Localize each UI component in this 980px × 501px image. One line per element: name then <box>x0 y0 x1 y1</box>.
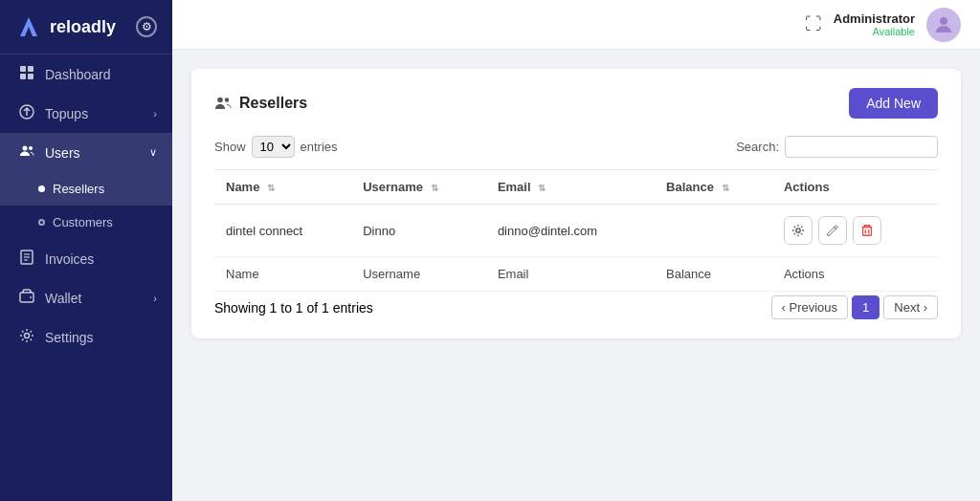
settings-nav-icon <box>18 328 35 346</box>
users-icon <box>18 143 35 162</box>
page-1-button[interactable]: 1 <box>852 295 880 319</box>
search-input[interactable] <box>785 136 938 158</box>
resellers-dot-icon <box>38 185 45 192</box>
dashboard-icon <box>18 65 35 83</box>
topbar: ⛶ Administrator Available <box>172 0 980 50</box>
table-body: dintel connect Dinno dinno@dintel.com <box>214 205 938 257</box>
sidebar-item-wallet[interactable]: Wallet › <box>0 278 172 317</box>
action-gear-icon <box>791 224 805 237</box>
col-actions: Actions <box>772 170 938 205</box>
sidebar-item-settings[interactable]: Settings <box>0 317 172 357</box>
sidebar-item-resellers[interactable]: Resellers <box>0 172 172 206</box>
sidebar-item-dashboard-label: Dashboard <box>45 67 111 82</box>
svg-point-16 <box>217 98 223 103</box>
footer-col-actions: Actions <box>772 257 938 292</box>
sidebar-item-wallet-label: Wallet <box>45 291 81 306</box>
svg-point-17 <box>225 98 229 101</box>
col-email: Email ⇅ <box>486 170 655 205</box>
settings-icon[interactable]: ⚙ <box>136 16 157 37</box>
action-buttons <box>784 216 926 245</box>
next-button[interactable]: Next › <box>883 295 938 319</box>
cell-name: dintel connect <box>214 205 351 257</box>
svg-point-15 <box>940 17 947 25</box>
table-controls: Show 10 25 50 entries Search: <box>214 136 938 158</box>
card-title: Resellers <box>214 95 307 112</box>
cell-actions <box>772 205 938 257</box>
svg-point-14 <box>25 334 30 338</box>
cell-username: Dinno <box>351 205 486 257</box>
cell-email: dinno@dintel.com <box>486 205 655 257</box>
logo-text: reloadly <box>50 17 116 37</box>
pagination: ‹ Previous 1 Next › <box>771 295 938 319</box>
show-entries-control: Show 10 25 50 entries <box>214 136 338 158</box>
main-content: ⛶ Administrator Available Resellers Add … <box>172 0 980 501</box>
name-sort-icon[interactable]: ⇅ <box>267 183 275 193</box>
username-sort-icon[interactable]: ⇅ <box>431 183 438 193</box>
resellers-title-icon <box>214 95 232 112</box>
action-settings-button[interactable] <box>784 216 813 245</box>
action-delete-button[interactable] <box>853 216 881 245</box>
invoices-icon <box>18 250 35 268</box>
svg-marker-0 <box>20 17 37 36</box>
sidebar-item-dashboard[interactable]: Dashboard <box>0 54 172 94</box>
email-sort-icon[interactable]: ⇅ <box>538 183 546 193</box>
sidebar-item-invoices[interactable]: Invoices <box>0 239 172 278</box>
resellers-table: Name ⇅ Username ⇅ Email ⇅ Balance <box>214 169 938 292</box>
logo-icon <box>15 13 42 40</box>
svg-point-18 <box>796 229 800 232</box>
admin-info: Administrator Available <box>834 11 915 37</box>
balance-sort-icon[interactable]: ⇅ <box>722 183 729 193</box>
show-label: Show <box>214 140 246 154</box>
svg-rect-2 <box>28 66 33 72</box>
sidebar-item-topups-label: Topups <box>45 106 88 121</box>
resellers-card: Resellers Add New Show 10 25 50 entries … <box>191 69 961 338</box>
action-delete-icon <box>860 224 874 237</box>
svg-rect-1 <box>20 66 26 72</box>
svg-point-13 <box>30 296 32 298</box>
showing-text: Showing 1 to 1 of 1 entries <box>214 300 373 316</box>
svg-rect-19 <box>863 228 872 236</box>
wallet-icon <box>18 289 35 307</box>
footer-col-balance: Balance <box>655 257 772 292</box>
admin-name: Administrator <box>834 11 915 26</box>
admin-status: Available <box>834 26 915 37</box>
table-header-row: Name ⇅ Username ⇅ Email ⇅ Balance <box>214 170 938 205</box>
sidebar-header: reloadly ⚙ <box>0 0 172 54</box>
cell-balance <box>655 205 772 257</box>
entries-select[interactable]: 10 25 50 <box>252 136 295 158</box>
svg-rect-4 <box>28 74 33 79</box>
svg-rect-3 <box>20 74 26 79</box>
topups-chevron-icon: › <box>153 108 157 120</box>
content-area: Resellers Add New Show 10 25 50 entries … <box>172 50 980 501</box>
footer-col-name: Name <box>214 257 351 292</box>
action-edit-icon <box>826 224 839 237</box>
action-edit-button[interactable] <box>818 216 847 245</box>
previous-button[interactable]: ‹ Previous <box>771 295 849 319</box>
sidebar-item-invoices-label: Invoices <box>45 251 94 267</box>
sidebar: reloadly ⚙ Dashboard Topups › Users ∨ Re… <box>0 0 172 501</box>
table-footer-row: Name Username Email Balance Actions <box>214 257 938 292</box>
sidebar-item-settings-label: Settings <box>45 330 94 345</box>
entries-label: entries <box>301 140 338 154</box>
svg-point-6 <box>23 146 28 151</box>
col-name: Name ⇅ <box>214 170 351 205</box>
col-username: Username ⇅ <box>351 170 486 205</box>
sidebar-item-resellers-label: Resellers <box>53 182 104 196</box>
svg-point-7 <box>29 146 33 150</box>
search-label: Search: <box>736 140 779 154</box>
sidebar-item-users[interactable]: Users ∨ <box>0 133 172 172</box>
page-title: Resellers <box>239 95 307 112</box>
sidebar-item-customers[interactable]: Customers <box>0 206 172 239</box>
expand-icon[interactable]: ⛶ <box>805 14 822 34</box>
search-box: Search: <box>736 136 938 158</box>
add-new-button[interactable]: Add New <box>849 88 938 119</box>
users-chevron-icon: ∨ <box>149 146 157 159</box>
sidebar-item-topups[interactable]: Topups › <box>0 94 172 133</box>
wallet-chevron-icon: › <box>153 293 157 304</box>
avatar[interactable] <box>926 8 961 42</box>
topups-icon <box>18 104 35 122</box>
customers-dot-icon <box>38 219 45 226</box>
card-header: Resellers Add New <box>214 88 938 119</box>
sidebar-item-users-label: Users <box>45 145 80 161</box>
table-row: dintel connect Dinno dinno@dintel.com <box>214 205 938 257</box>
